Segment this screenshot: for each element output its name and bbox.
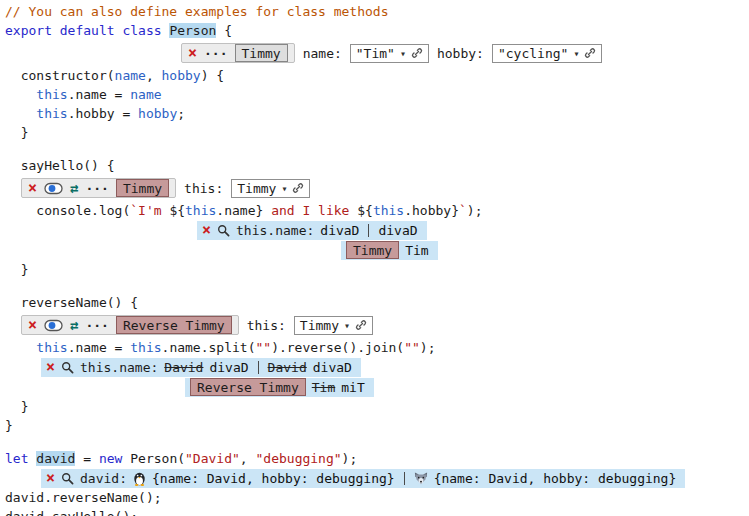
magnifier-icon[interactable] — [61, 472, 74, 485]
this-value-dropdown[interactable]: Timmy▾ — [294, 316, 373, 335]
code-token: "" — [255, 340, 271, 355]
current-value: {name: David, hobby: debugging} — [152, 471, 395, 486]
code-editor[interactable]: { "colors": { "comment": "#bb5504", "key… — [0, 0, 749, 516]
remove-example-button[interactable]: × — [28, 318, 37, 333]
magnifier-icon[interactable] — [217, 224, 230, 237]
remove-example-button[interactable]: × — [188, 46, 197, 61]
more-options-button[interactable]: ··· — [204, 47, 227, 60]
example-name-chip[interactable]: Reverse Timmy — [190, 378, 306, 396]
inline-inspection-row: ×this.name:DaviddivaDDaviddivaD — [5, 357, 749, 377]
enabled-toggle[interactable] — [44, 182, 63, 195]
code-token: .hobby — [404, 203, 451, 218]
code-token: ) { — [201, 68, 224, 83]
code-token: name — [130, 87, 161, 102]
class-example-widget: ×···Timmyname:"Tim"▾hobby:"cycling"▾ — [5, 41, 749, 65]
code-token: this — [36, 340, 67, 355]
code-token: this — [373, 203, 404, 218]
code-token: // You can also define examples for clas… — [5, 4, 389, 19]
value-annotation: ×this.name:DaviddivaDDaviddivaD — [41, 358, 361, 377]
previous-value: David — [164, 360, 203, 375]
param-label: hobby: — [437, 46, 484, 61]
rerun-example-button[interactable]: ⇄ — [70, 318, 78, 332]
code-token: ); — [342, 451, 358, 466]
dropdown-value: "Tim" — [356, 46, 395, 61]
code-token: = — [75, 451, 98, 466]
widget-toolbar: ×⇄···Timmy — [21, 178, 176, 198]
code-token: "" — [404, 340, 420, 355]
wolf-icon — [414, 472, 428, 485]
code-token: ${ — [357, 203, 373, 218]
code-token: david.sayHello(); — [5, 509, 138, 516]
code-token: } — [255, 203, 263, 218]
close-annotation-button[interactable]: × — [46, 360, 55, 375]
code-token: Person( — [122, 451, 185, 466]
link-icon[interactable] — [411, 47, 423, 59]
example-name-chip[interactable]: Timmy — [346, 241, 399, 259]
link-icon[interactable] — [355, 319, 367, 331]
more-options-button[interactable]: ··· — [85, 182, 108, 195]
code-line: export default class Person { — [5, 21, 749, 40]
code-token: hobby — [138, 106, 177, 121]
code-line: this.name = this.name.split("").reverse(… — [5, 338, 749, 357]
this-value-dropdown[interactable]: Timmy▾ — [231, 179, 310, 198]
divider — [368, 224, 369, 237]
code-token: ).reverse().join( — [271, 340, 404, 355]
code-token: export default class — [5, 23, 169, 38]
current-value: divaD — [209, 360, 248, 375]
blank-line — [5, 279, 749, 293]
code-token: and I like — [263, 203, 357, 218]
chevron-down-icon: ▾ — [400, 48, 406, 59]
dropdown-value: Timmy — [300, 318, 339, 333]
current-value: divaD — [313, 360, 352, 375]
inspected-expression: this.name: — [80, 360, 158, 375]
value-annotation: ×david:{name: David, hobby: debugging}{n… — [41, 469, 685, 488]
more-options-button[interactable]: ··· — [85, 319, 108, 332]
code-line: david.reverseName(); — [5, 488, 749, 507]
current-value: {name: David, hobby: debugging} — [434, 471, 677, 486]
code-line: reverseName() { — [5, 293, 749, 312]
close-annotation-button[interactable]: × — [202, 223, 211, 238]
code-token: , — [240, 451, 256, 466]
code-token — [5, 340, 36, 355]
code-token: "David" — [185, 451, 240, 466]
current-value: divaD — [320, 223, 359, 238]
code-token: ${ — [169, 203, 185, 218]
example-name-chip[interactable]: Reverse Timmy — [116, 316, 232, 334]
inspected-expression: this.name: — [236, 223, 314, 238]
link-icon[interactable] — [292, 182, 304, 194]
dropdown-value: Timmy — [237, 181, 276, 196]
link-icon[interactable] — [584, 47, 596, 59]
inspected-expression: david: — [80, 471, 127, 486]
chevron-down-icon: ▾ — [281, 183, 287, 194]
previous-value: Tim — [312, 380, 335, 395]
widget-toolbar: ×⇄···Reverse Timmy — [21, 315, 239, 335]
param-value-dropdown[interactable]: "cycling"▾ — [492, 44, 602, 63]
remove-example-button[interactable]: × — [28, 181, 37, 196]
code-token: sayHello() { — [5, 158, 115, 173]
code-line: let david = new Person("David", "debuggi… — [5, 449, 749, 468]
rerun-example-button[interactable]: ⇄ — [70, 181, 78, 195]
code-token: .name = — [68, 340, 131, 355]
code-token — [5, 87, 36, 102]
close-annotation-button[interactable]: × — [46, 471, 55, 486]
code-token: ); — [420, 340, 436, 355]
example-name-chip[interactable]: Timmy — [116, 179, 169, 197]
code-line: // You can also define examples for clas… — [5, 2, 749, 21]
code-token: console.log( — [5, 203, 130, 218]
divider — [258, 361, 259, 374]
code-line: david.sayHello(); — [5, 507, 749, 516]
code-token: this — [36, 106, 67, 121]
example-name-chip[interactable]: Timmy — [235, 44, 288, 62]
code-token — [5, 106, 36, 121]
code-token: .hobby = — [68, 106, 138, 121]
inline-inspection-row: ×david:{name: David, hobby: debugging}{n… — [5, 468, 749, 488]
blank-line — [5, 435, 749, 449]
code-token: new — [99, 451, 122, 466]
result-annotation: Reverse TimmyTimmiT — [185, 378, 374, 397]
widget-toolbar: ×···Timmy — [181, 43, 295, 63]
penguin-icon — [133, 471, 146, 486]
param-value-dropdown[interactable]: "Tim"▾ — [350, 44, 429, 63]
enabled-toggle[interactable] — [44, 319, 63, 332]
code-token: let — [5, 451, 36, 466]
magnifier-icon[interactable] — [61, 361, 74, 374]
